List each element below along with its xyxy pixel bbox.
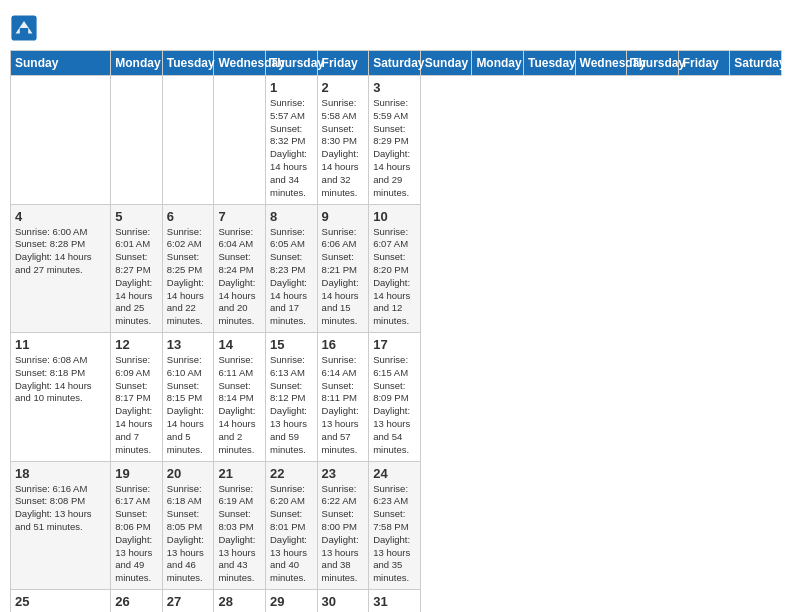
header-cell-monday: Monday xyxy=(111,51,163,76)
day-number: 15 xyxy=(270,337,313,352)
header-row: SundayMondayTuesdayWednesdayThursdayFrid… xyxy=(11,51,782,76)
day-number: 16 xyxy=(322,337,365,352)
day-number: 17 xyxy=(373,337,416,352)
day-cell xyxy=(162,76,214,205)
day-number: 20 xyxy=(167,466,210,481)
day-number: 30 xyxy=(322,594,365,609)
day-number: 14 xyxy=(218,337,261,352)
day-number: 4 xyxy=(15,209,106,224)
day-cell: 8Sunrise: 6:05 AM Sunset: 8:23 PM Daylig… xyxy=(266,204,318,333)
day-number: 22 xyxy=(270,466,313,481)
day-cell: 13Sunrise: 6:10 AM Sunset: 8:15 PM Dayli… xyxy=(162,333,214,462)
day-number: 26 xyxy=(115,594,158,609)
week-row-4: 18Sunrise: 6:16 AM Sunset: 8:08 PM Dayli… xyxy=(11,461,782,590)
day-info: Sunrise: 6:15 AM Sunset: 8:09 PM Dayligh… xyxy=(373,354,416,457)
day-cell: 6Sunrise: 6:02 AM Sunset: 8:25 PM Daylig… xyxy=(162,204,214,333)
day-info: Sunrise: 6:05 AM Sunset: 8:23 PM Dayligh… xyxy=(270,226,313,329)
day-cell: 14Sunrise: 6:11 AM Sunset: 8:14 PM Dayli… xyxy=(214,333,266,462)
day-number: 6 xyxy=(167,209,210,224)
day-number: 29 xyxy=(270,594,313,609)
day-number: 25 xyxy=(15,594,106,609)
day-cell: 24Sunrise: 6:23 AM Sunset: 7:58 PM Dayli… xyxy=(369,461,421,590)
day-cell xyxy=(214,76,266,205)
logo-icon xyxy=(10,14,38,42)
day-number: 27 xyxy=(167,594,210,609)
day-info: Sunrise: 6:19 AM Sunset: 8:03 PM Dayligh… xyxy=(218,483,261,586)
day-cell: 30Sunrise: 6:29 AM Sunset: 7:48 PM Dayli… xyxy=(317,590,369,613)
day-number: 24 xyxy=(373,466,416,481)
col-header-sunday: Sunday xyxy=(420,51,472,76)
day-number: 31 xyxy=(373,594,416,609)
day-info: Sunrise: 6:20 AM Sunset: 8:01 PM Dayligh… xyxy=(270,483,313,586)
day-cell: 11Sunrise: 6:08 AM Sunset: 8:18 PM Dayli… xyxy=(11,333,111,462)
calendar-table: SundayMondayTuesdayWednesdayThursdayFrid… xyxy=(10,50,782,612)
col-header-tuesday: Tuesday xyxy=(523,51,575,76)
day-cell: 10Sunrise: 6:07 AM Sunset: 8:20 PM Dayli… xyxy=(369,204,421,333)
day-number: 28 xyxy=(218,594,261,609)
day-info: Sunrise: 6:01 AM Sunset: 8:27 PM Dayligh… xyxy=(115,226,158,329)
day-cell: 20Sunrise: 6:18 AM Sunset: 8:05 PM Dayli… xyxy=(162,461,214,590)
day-cell: 16Sunrise: 6:14 AM Sunset: 8:11 PM Dayli… xyxy=(317,333,369,462)
header-cell-friday: Friday xyxy=(317,51,369,76)
header xyxy=(10,10,782,42)
day-info: Sunrise: 6:10 AM Sunset: 8:15 PM Dayligh… xyxy=(167,354,210,457)
day-number: 9 xyxy=(322,209,365,224)
day-info: Sunrise: 6:18 AM Sunset: 8:05 PM Dayligh… xyxy=(167,483,210,586)
day-info: Sunrise: 6:04 AM Sunset: 8:24 PM Dayligh… xyxy=(218,226,261,329)
day-number: 19 xyxy=(115,466,158,481)
day-cell: 29Sunrise: 6:28 AM Sunset: 7:50 PM Dayli… xyxy=(266,590,318,613)
day-cell: 18Sunrise: 6:16 AM Sunset: 8:08 PM Dayli… xyxy=(11,461,111,590)
day-cell: 17Sunrise: 6:15 AM Sunset: 8:09 PM Dayli… xyxy=(369,333,421,462)
day-info: Sunrise: 5:57 AM Sunset: 8:32 PM Dayligh… xyxy=(270,97,313,200)
day-cell: 2Sunrise: 5:58 AM Sunset: 8:30 PM Daylig… xyxy=(317,76,369,205)
day-cell: 23Sunrise: 6:22 AM Sunset: 8:00 PM Dayli… xyxy=(317,461,369,590)
day-cell: 19Sunrise: 6:17 AM Sunset: 8:06 PM Dayli… xyxy=(111,461,163,590)
day-info: Sunrise: 6:23 AM Sunset: 7:58 PM Dayligh… xyxy=(373,483,416,586)
day-cell: 12Sunrise: 6:09 AM Sunset: 8:17 PM Dayli… xyxy=(111,333,163,462)
day-info: Sunrise: 6:08 AM Sunset: 8:18 PM Dayligh… xyxy=(15,354,106,405)
day-info: Sunrise: 5:58 AM Sunset: 8:30 PM Dayligh… xyxy=(322,97,365,200)
day-cell: 26Sunrise: 6:25 AM Sunset: 7:55 PM Dayli… xyxy=(111,590,163,613)
day-info: Sunrise: 6:07 AM Sunset: 8:20 PM Dayligh… xyxy=(373,226,416,329)
day-info: Sunrise: 6:17 AM Sunset: 8:06 PM Dayligh… xyxy=(115,483,158,586)
day-info: Sunrise: 6:14 AM Sunset: 8:11 PM Dayligh… xyxy=(322,354,365,457)
week-row-2: 4Sunrise: 6:00 AM Sunset: 8:28 PM Daylig… xyxy=(11,204,782,333)
day-info: Sunrise: 6:22 AM Sunset: 8:00 PM Dayligh… xyxy=(322,483,365,586)
day-cell xyxy=(11,76,111,205)
col-header-saturday: Saturday xyxy=(730,51,782,76)
day-cell xyxy=(111,76,163,205)
day-number: 3 xyxy=(373,80,416,95)
day-cell: 21Sunrise: 6:19 AM Sunset: 8:03 PM Dayli… xyxy=(214,461,266,590)
day-number: 18 xyxy=(15,466,106,481)
day-number: 23 xyxy=(322,466,365,481)
day-cell: 31Sunrise: 6:31 AM Sunset: 7:46 PM Dayli… xyxy=(369,590,421,613)
day-number: 1 xyxy=(270,80,313,95)
day-cell: 3Sunrise: 5:59 AM Sunset: 8:29 PM Daylig… xyxy=(369,76,421,205)
header-cell-tuesday: Tuesday xyxy=(162,51,214,76)
day-number: 21 xyxy=(218,466,261,481)
day-info: Sunrise: 6:00 AM Sunset: 8:28 PM Dayligh… xyxy=(15,226,106,277)
day-info: Sunrise: 6:09 AM Sunset: 8:17 PM Dayligh… xyxy=(115,354,158,457)
day-number: 5 xyxy=(115,209,158,224)
col-header-thursday: Thursday xyxy=(627,51,679,76)
day-number: 10 xyxy=(373,209,416,224)
day-cell: 5Sunrise: 6:01 AM Sunset: 8:27 PM Daylig… xyxy=(111,204,163,333)
week-row-5: 25Sunrise: 6:24 AM Sunset: 7:56 PM Dayli… xyxy=(11,590,782,613)
header-cell-wednesday: Wednesday xyxy=(214,51,266,76)
svg-rect-2 xyxy=(20,28,28,35)
day-number: 7 xyxy=(218,209,261,224)
day-cell: 1Sunrise: 5:57 AM Sunset: 8:32 PM Daylig… xyxy=(266,76,318,205)
day-info: Sunrise: 6:13 AM Sunset: 8:12 PM Dayligh… xyxy=(270,354,313,457)
col-header-monday: Monday xyxy=(472,51,524,76)
day-info: Sunrise: 6:06 AM Sunset: 8:21 PM Dayligh… xyxy=(322,226,365,329)
day-number: 11 xyxy=(15,337,106,352)
day-info: Sunrise: 6:16 AM Sunset: 8:08 PM Dayligh… xyxy=(15,483,106,534)
col-header-wednesday: Wednesday xyxy=(575,51,627,76)
header-cell-saturday: Saturday xyxy=(369,51,421,76)
day-cell: 15Sunrise: 6:13 AM Sunset: 8:12 PM Dayli… xyxy=(266,333,318,462)
day-cell: 4Sunrise: 6:00 AM Sunset: 8:28 PM Daylig… xyxy=(11,204,111,333)
day-cell: 25Sunrise: 6:24 AM Sunset: 7:56 PM Dayli… xyxy=(11,590,111,613)
col-header-friday: Friday xyxy=(678,51,730,76)
day-cell: 9Sunrise: 6:06 AM Sunset: 8:21 PM Daylig… xyxy=(317,204,369,333)
logo xyxy=(10,14,42,42)
